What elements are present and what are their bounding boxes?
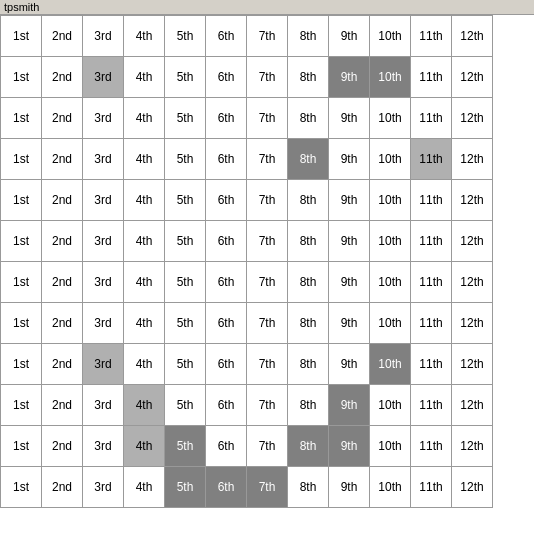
table-cell[interactable]: 3rd — [83, 139, 124, 180]
table-cell[interactable]: 5th — [165, 16, 206, 57]
table-cell[interactable]: 11th — [411, 98, 452, 139]
table-cell[interactable]: 3rd — [83, 98, 124, 139]
table-cell[interactable]: 1st — [1, 262, 42, 303]
table-cell[interactable]: 3rd — [83, 385, 124, 426]
table-cell[interactable]: 10th — [370, 303, 411, 344]
table-cell[interactable]: 1st — [1, 221, 42, 262]
table-cell[interactable]: 2nd — [42, 344, 83, 385]
table-cell[interactable]: 1st — [1, 467, 42, 508]
table-cell[interactable]: 9th — [329, 303, 370, 344]
table-cell[interactable]: 12th — [452, 344, 493, 385]
table-cell[interactable]: 8th — [288, 385, 329, 426]
table-cell[interactable]: 10th — [370, 221, 411, 262]
table-cell[interactable]: 8th — [288, 467, 329, 508]
table-cell[interactable]: 1st — [1, 98, 42, 139]
table-cell[interactable]: 3rd — [83, 57, 124, 98]
table-cell[interactable]: 5th — [165, 221, 206, 262]
table-cell[interactable]: 3rd — [83, 16, 124, 57]
table-cell[interactable]: 9th — [329, 344, 370, 385]
table-cell[interactable]: 10th — [370, 262, 411, 303]
table-cell[interactable]: 12th — [452, 139, 493, 180]
table-cell[interactable]: 6th — [206, 467, 247, 508]
table-cell[interactable]: 7th — [247, 139, 288, 180]
table-cell[interactable]: 2nd — [42, 180, 83, 221]
table-cell[interactable]: 5th — [165, 180, 206, 221]
table-cell[interactable]: 4th — [124, 426, 165, 467]
table-cell[interactable]: 11th — [411, 221, 452, 262]
table-cell[interactable]: 1st — [1, 139, 42, 180]
table-cell[interactable]: 6th — [206, 139, 247, 180]
table-cell[interactable]: 6th — [206, 385, 247, 426]
table-cell[interactable]: 9th — [329, 57, 370, 98]
table-cell[interactable]: 2nd — [42, 262, 83, 303]
table-cell[interactable]: 11th — [411, 467, 452, 508]
table-cell[interactable]: 5th — [165, 426, 206, 467]
table-cell[interactable]: 12th — [452, 303, 493, 344]
table-cell[interactable]: 5th — [165, 303, 206, 344]
table-cell[interactable]: 12th — [452, 16, 493, 57]
table-cell[interactable]: 8th — [288, 16, 329, 57]
table-cell[interactable]: 5th — [165, 139, 206, 180]
table-cell[interactable]: 8th — [288, 139, 329, 180]
table-cell[interactable]: 11th — [411, 344, 452, 385]
table-cell[interactable]: 2nd — [42, 98, 83, 139]
table-cell[interactable]: 10th — [370, 426, 411, 467]
table-cell[interactable]: 4th — [124, 98, 165, 139]
table-cell[interactable]: 12th — [452, 98, 493, 139]
table-cell[interactable]: 4th — [124, 344, 165, 385]
table-cell[interactable]: 6th — [206, 57, 247, 98]
table-cell[interactable]: 11th — [411, 426, 452, 467]
table-cell[interactable]: 7th — [247, 262, 288, 303]
table-cell[interactable]: 12th — [452, 221, 493, 262]
table-cell[interactable]: 8th — [288, 180, 329, 221]
table-cell[interactable]: 1st — [1, 426, 42, 467]
table-cell[interactable]: 4th — [124, 385, 165, 426]
table-cell[interactable]: 2nd — [42, 426, 83, 467]
table-cell[interactable]: 5th — [165, 262, 206, 303]
table-cell[interactable]: 10th — [370, 180, 411, 221]
table-cell[interactable]: 4th — [124, 221, 165, 262]
table-cell[interactable]: 5th — [165, 57, 206, 98]
table-cell[interactable]: 7th — [247, 303, 288, 344]
table-cell[interactable]: 9th — [329, 426, 370, 467]
table-cell[interactable]: 11th — [411, 16, 452, 57]
table-cell[interactable]: 8th — [288, 426, 329, 467]
table-cell[interactable]: 11th — [411, 303, 452, 344]
table-cell[interactable]: 3rd — [83, 467, 124, 508]
table-cell[interactable]: 4th — [124, 262, 165, 303]
table-cell[interactable]: 6th — [206, 262, 247, 303]
table-cell[interactable]: 1st — [1, 57, 42, 98]
table-cell[interactable]: 1st — [1, 16, 42, 57]
table-cell[interactable]: 8th — [288, 303, 329, 344]
table-cell[interactable]: 10th — [370, 98, 411, 139]
table-cell[interactable]: 10th — [370, 344, 411, 385]
table-cell[interactable]: 7th — [247, 57, 288, 98]
table-cell[interactable]: 5th — [165, 467, 206, 508]
table-cell[interactable]: 6th — [206, 426, 247, 467]
table-cell[interactable]: 9th — [329, 385, 370, 426]
table-cell[interactable]: 12th — [452, 57, 493, 98]
table-cell[interactable]: 2nd — [42, 16, 83, 57]
table-cell[interactable]: 11th — [411, 139, 452, 180]
table-cell[interactable]: 10th — [370, 467, 411, 508]
table-cell[interactable]: 12th — [452, 467, 493, 508]
table-cell[interactable]: 11th — [411, 57, 452, 98]
table-cell[interactable]: 2nd — [42, 467, 83, 508]
table-cell[interactable]: 11th — [411, 180, 452, 221]
table-cell[interactable]: 6th — [206, 344, 247, 385]
table-cell[interactable]: 7th — [247, 467, 288, 508]
table-cell[interactable]: 1st — [1, 180, 42, 221]
table-cell[interactable]: 3rd — [83, 426, 124, 467]
table-cell[interactable]: 7th — [247, 180, 288, 221]
table-cell[interactable]: 10th — [370, 57, 411, 98]
table-cell[interactable]: 9th — [329, 180, 370, 221]
table-cell[interactable]: 8th — [288, 98, 329, 139]
table-cell[interactable]: 2nd — [42, 385, 83, 426]
table-cell[interactable]: 4th — [124, 303, 165, 344]
table-cell[interactable]: 7th — [247, 98, 288, 139]
table-cell[interactable]: 11th — [411, 385, 452, 426]
table-cell[interactable]: 2nd — [42, 57, 83, 98]
table-cell[interactable]: 9th — [329, 262, 370, 303]
table-cell[interactable]: 6th — [206, 221, 247, 262]
table-cell[interactable]: 6th — [206, 16, 247, 57]
